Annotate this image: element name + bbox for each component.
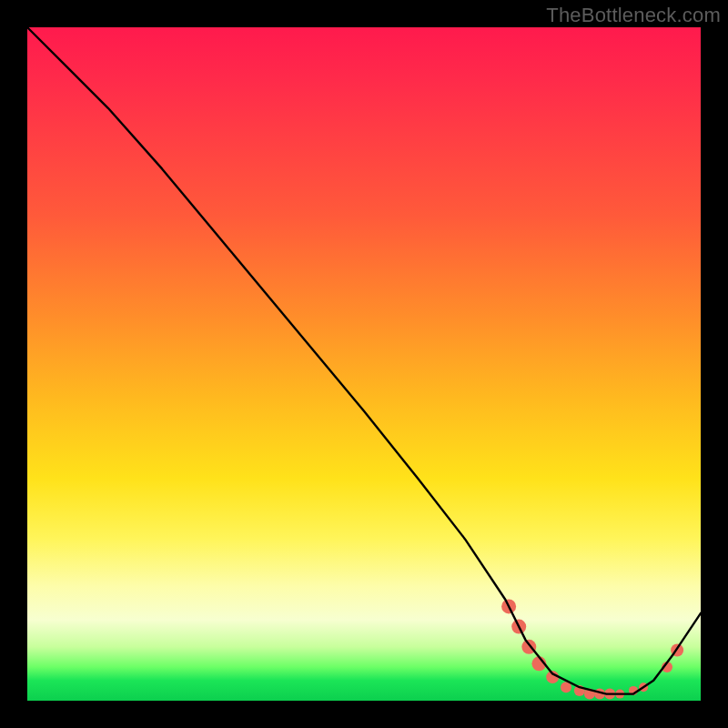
chart-svg [27,27,701,701]
watermark-text: TheBottleneck.com [546,4,721,27]
chart-stage: TheBottleneck.com [0,0,728,728]
chart-plot-area [27,27,701,701]
marker-layer [501,599,683,699]
curve-path [27,27,701,694]
